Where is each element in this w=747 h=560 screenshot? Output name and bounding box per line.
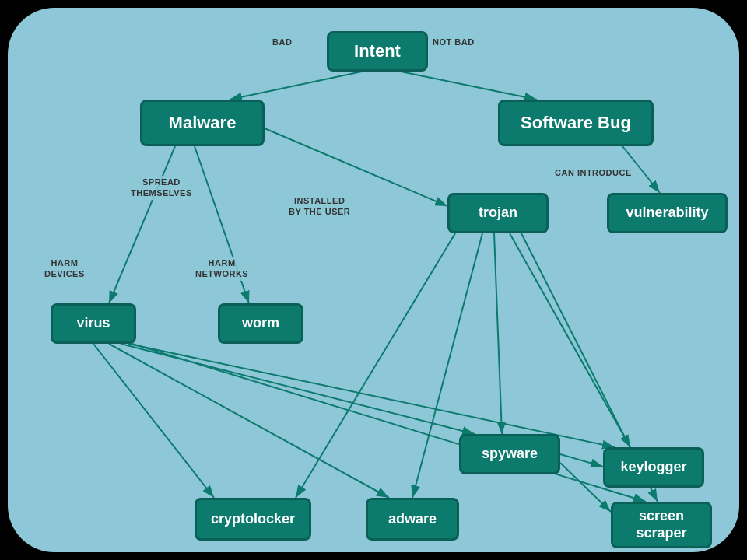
node-virus: virus: [51, 303, 136, 344]
svg-line-14: [121, 344, 475, 434]
diagram-container: Intent Malware Software Bug trojan vulne…: [8, 8, 739, 552]
node-vulnerability: vulnerability: [607, 193, 728, 233]
svg-line-9: [296, 233, 455, 498]
node-malware: Malware: [140, 100, 265, 146]
node-softwarebug: Software Bug: [498, 100, 654, 146]
svg-line-17: [560, 454, 603, 467]
label-notbad: NOT BAD: [430, 36, 477, 48]
svg-line-3: [109, 146, 175, 303]
node-trojan: trojan: [447, 193, 549, 233]
label-spread: SPREAD THEMSELVES: [128, 176, 195, 200]
svg-line-15: [128, 344, 615, 447]
node-cryptolocker: cryptolocker: [195, 498, 311, 541]
svg-line-13: [109, 344, 389, 498]
node-adware: adware: [366, 498, 459, 541]
svg-line-7: [494, 233, 502, 434]
label-bad: BAD: [270, 36, 294, 48]
node-spyware: spyware: [459, 434, 560, 474]
svg-line-1: [230, 72, 362, 100]
node-screenscraper: screen scraper: [611, 502, 712, 548]
label-installed: INSTALLED BY THE USER: [286, 194, 352, 219]
label-can-introduce: CAN INTRODUCE: [552, 166, 634, 179]
label-harm-devices: HARM DEVICES: [42, 257, 87, 281]
svg-line-2: [401, 72, 537, 100]
svg-line-10: [510, 233, 630, 447]
node-keylogger: keylogger: [603, 447, 704, 488]
svg-line-12: [93, 344, 214, 498]
node-intent: Intent: [327, 31, 428, 72]
node-worm: worm: [218, 303, 303, 344]
svg-line-16: [132, 344, 646, 502]
label-harm-networks: HARM NETWORKS: [193, 257, 251, 281]
